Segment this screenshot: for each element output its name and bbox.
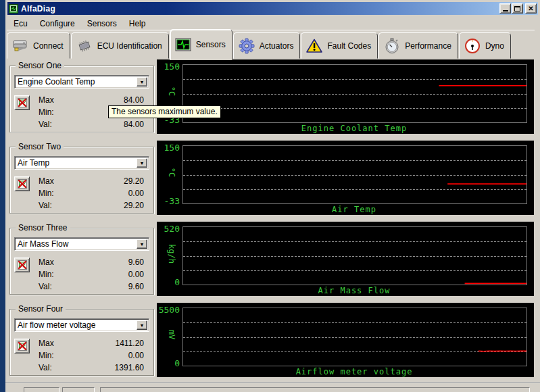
group-title: Sensor Four bbox=[16, 304, 66, 314]
sensors-icon bbox=[173, 35, 193, 54]
chart-engine-coolant-temp: 150 °C -33 Engine Coolant Temp bbox=[157, 59, 534, 134]
y-axis-max-label: 150 bbox=[157, 143, 180, 153]
dropdown-button[interactable]: ▼ bbox=[137, 158, 147, 168]
sensor-three-select[interactable]: Air Mass Flow ▼ bbox=[14, 237, 149, 251]
plot-area bbox=[182, 226, 527, 285]
min-value: 0.00 bbox=[128, 189, 144, 198]
max-label: Max bbox=[39, 339, 54, 348]
sensor-select-value: Air flow meter voltage bbox=[18, 320, 95, 330]
window-title: AlfaDiag bbox=[21, 4, 55, 14]
close-icon: ✕ bbox=[528, 5, 533, 12]
status-panel bbox=[100, 387, 530, 392]
max-value: 9.60 bbox=[128, 258, 144, 267]
clear-graph-button[interactable] bbox=[14, 176, 30, 191]
app-icon bbox=[9, 4, 18, 14]
y-axis-max-label: 5500 bbox=[157, 305, 180, 315]
tab-ecu-identification[interactable]: ECU Identification bbox=[71, 32, 169, 59]
tab-dyno[interactable]: Dyno bbox=[459, 32, 511, 59]
close-button[interactable]: ✕ bbox=[525, 3, 537, 14]
val-label: Val: bbox=[39, 120, 52, 129]
plot-area bbox=[182, 145, 527, 204]
menu-help[interactable]: Help bbox=[123, 18, 152, 30]
series-line bbox=[183, 308, 526, 366]
group-title: Sensor One bbox=[16, 61, 64, 70]
sensor-one-select[interactable]: Engine Coolant Temp ▼ bbox=[14, 75, 149, 89]
chart-title: Air Mass Flow bbox=[182, 286, 526, 295]
divider bbox=[5, 382, 540, 383]
chart-title: Airflow meter voltage bbox=[182, 367, 526, 376]
alfadiag-window: AlfaDiag ✕ Ecu Configure Sensors Help bbox=[0, 0, 540, 392]
min-value: 0.00 bbox=[128, 270, 144, 279]
dropdown-button[interactable]: ▼ bbox=[137, 77, 147, 87]
ecu-identification-icon bbox=[74, 36, 95, 55]
performance-icon bbox=[382, 36, 402, 55]
tab-performance[interactable]: Performance bbox=[378, 32, 458, 59]
status-panel bbox=[24, 387, 59, 392]
maximize-icon bbox=[514, 6, 520, 11]
menu-configure[interactable]: Configure bbox=[34, 18, 81, 30]
menu-ecu[interactable]: Ecu bbox=[7, 18, 34, 30]
maximize-button[interactable] bbox=[512, 3, 523, 14]
series-line bbox=[183, 227, 526, 285]
chevron-down-icon: ▼ bbox=[140, 80, 145, 84]
max-label: Max bbox=[39, 95, 54, 105]
chevron-down-icon: ▼ bbox=[140, 242, 145, 247]
actuators-icon bbox=[237, 36, 257, 55]
window-controls: ✕ bbox=[499, 3, 537, 14]
dyno-icon bbox=[462, 36, 483, 55]
clear-graph-icon bbox=[17, 97, 28, 108]
minimize-button[interactable] bbox=[499, 3, 511, 14]
min-value: 0.00 bbox=[128, 351, 144, 360]
menu-bar: Ecu Configure Sensors Help bbox=[7, 17, 151, 30]
sensor-three-panel: Sensor Three Air Mass Flow ▼ Max9.60 Min… bbox=[9, 228, 154, 295]
plot-area bbox=[182, 64, 527, 123]
sensor-four-select[interactable]: Air flow meter voltage ▼ bbox=[14, 318, 149, 332]
y-axis-min-label: -33 bbox=[157, 196, 180, 206]
chart-airflow-meter-voltage: 5500 mV 0 Airflow meter voltage bbox=[157, 303, 534, 377]
chevron-down-icon: ▼ bbox=[140, 323, 145, 328]
chevron-down-icon: ▼ bbox=[140, 161, 145, 166]
max-value: 84.00 bbox=[124, 95, 144, 105]
val-value: 84.00 bbox=[124, 120, 144, 129]
y-axis-unit-label: °C bbox=[162, 163, 176, 182]
clear-graph-button[interactable] bbox=[14, 339, 30, 353]
tab-label: Connect bbox=[33, 41, 64, 51]
sensor-select-value: Air Temp bbox=[18, 158, 49, 168]
min-label: Min: bbox=[39, 189, 54, 198]
chart-title: Engine Coolant Temp bbox=[182, 124, 526, 133]
tooltip: The sensors maximum value. bbox=[108, 105, 221, 118]
connect-icon bbox=[10, 36, 30, 55]
dropdown-button[interactable]: ▼ bbox=[137, 320, 147, 330]
y-axis-unit-label: kg/h bbox=[162, 244, 176, 263]
val-label: Val: bbox=[39, 201, 52, 210]
tab-connect[interactable]: Connect bbox=[7, 32, 70, 59]
clear-graph-icon bbox=[17, 178, 28, 189]
dropdown-button[interactable]: ▼ bbox=[137, 239, 147, 249]
tab-actuators[interactable]: Actuators bbox=[233, 32, 301, 59]
group-title: Sensor Two bbox=[16, 142, 64, 151]
sensor-select-value: Air Mass Flow bbox=[18, 239, 68, 249]
val-value: 9.60 bbox=[128, 282, 144, 291]
val-label: Val: bbox=[39, 363, 52, 372]
sensor-four-panel: Sensor Four Air flow meter voltage ▼ Max… bbox=[9, 309, 154, 376]
y-axis-unit-label: mV bbox=[162, 325, 176, 344]
tab-fault-codes[interactable]: Fault Codes bbox=[301, 32, 378, 59]
sensor-readings: Max1411.20 Min:0.00 Val:1391.60 bbox=[39, 337, 144, 374]
tab-label: ECU Identification bbox=[97, 41, 162, 51]
sensor-two-select[interactable]: Air Temp ▼ bbox=[14, 156, 149, 170]
status-bar bbox=[5, 386, 540, 392]
tab-bar: Connect ECU Identification bbox=[7, 30, 535, 59]
tab-sensors[interactable]: Sensors bbox=[170, 29, 232, 60]
max-value: 1411.20 bbox=[116, 339, 145, 348]
val-value: 1391.60 bbox=[115, 363, 144, 372]
y-axis-min-label: 0 bbox=[157, 358, 180, 368]
plot-area bbox=[182, 308, 527, 366]
desktop-background bbox=[0, 0, 5, 392]
y-axis-max-label: 150 bbox=[157, 62, 180, 72]
clear-graph-button[interactable] bbox=[14, 95, 30, 110]
val-value: 29.20 bbox=[124, 201, 144, 210]
menu-sensors[interactable]: Sensors bbox=[81, 18, 123, 30]
sensor-one-panel: Sensor One Engine Coolant Temp ▼ Max84.0… bbox=[9, 66, 154, 132]
clear-graph-button[interactable] bbox=[14, 258, 30, 272]
series-line bbox=[183, 65, 526, 122]
